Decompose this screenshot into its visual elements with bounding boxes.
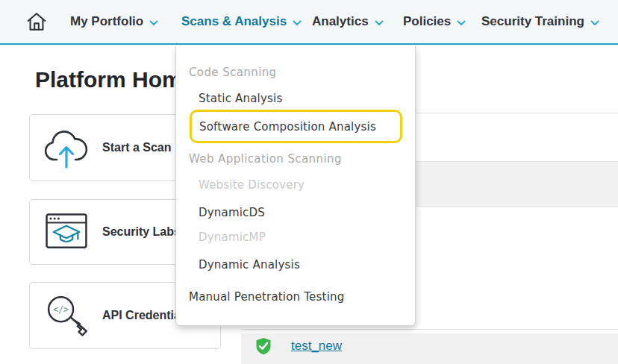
card-label: Start a Scan (102, 141, 171, 154)
nav-label: Scans & Analysis (181, 14, 287, 29)
menu-section-code-scanning: Code Scanning (189, 64, 277, 81)
nav-item-policies[interactable]: Policies (403, 0, 466, 43)
menu-item-label: Software Composition Analysis (199, 120, 376, 134)
card-label: Security Labs (102, 225, 181, 239)
home-icon (25, 10, 48, 33)
menu-section-web-application-scanning: Web Application Scanning (189, 151, 342, 167)
nav-item-security-training[interactable]: Security Training (481, 0, 599, 43)
menu-item-dynamic-analysis[interactable]: Dynamic Analysis (199, 257, 300, 273)
top-navigation-bar: My Portfolio Scans & Analysis Analytics … (0, 0, 618, 45)
menu-item-dynamicmp: DynamicMP (199, 229, 266, 245)
menu-item-dynamicds[interactable]: DynamicDS (199, 204, 265, 221)
nav-label: Analytics (312, 14, 369, 29)
chevron-down-icon (149, 20, 158, 26)
menu-item-static-analysis[interactable]: Static Analysis (199, 90, 282, 107)
page-title: Platform Home (35, 67, 194, 92)
menu-item-software-composition-analysis[interactable]: Software Composition Analysis (190, 110, 402, 143)
nav-item-my-portfolio[interactable]: My Portfolio (70, 0, 158, 43)
code-glyph: </> (53, 304, 69, 315)
security-labs-icon (46, 213, 87, 251)
menu-item-website-discovery: Website Discovery (199, 177, 305, 193)
verified-shield-icon (255, 337, 272, 355)
menu-item-manual-penetration-testing[interactable]: Manual Penetration Testing (189, 289, 344, 305)
nav-item-scans-analysis[interactable]: Scans & Analysis (181, 0, 302, 43)
chevron-down-icon (375, 20, 384, 26)
nav-label: Policies (403, 14, 451, 29)
nav-label: Security Training (481, 14, 584, 29)
nav-label: My Portfolio (70, 14, 143, 29)
scan-name-link[interactable]: test_new (291, 339, 342, 354)
cloud-upload-icon (43, 126, 90, 169)
table-row[interactable]: test_new (241, 333, 618, 364)
table-row-divider (241, 329, 618, 330)
chevron-down-icon (457, 20, 466, 26)
nav-item-analytics[interactable]: Analytics (312, 0, 384, 43)
scans-analysis-dropdown-menu: Code Scanning Static Analysis Software C… (175, 46, 416, 326)
chevron-down-icon (590, 20, 599, 26)
api-credentials-key-icon: </> (45, 295, 88, 336)
home-button[interactable] (25, 0, 48, 43)
chevron-down-icon (293, 20, 302, 26)
